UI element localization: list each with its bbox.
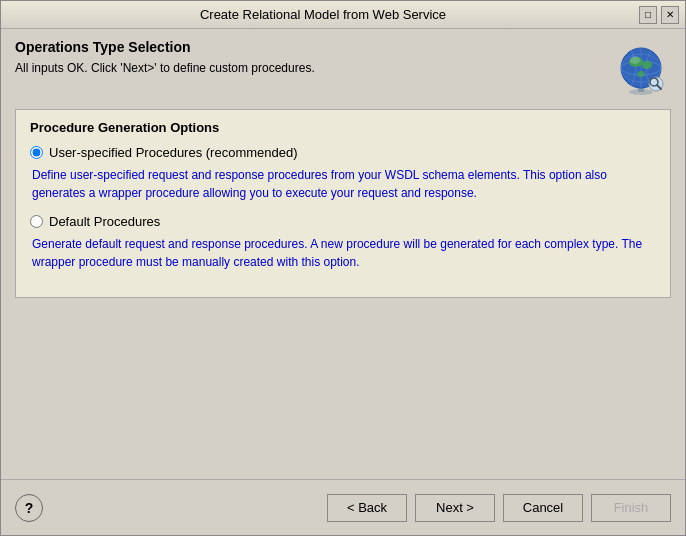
main-window: Create Relational Model from Web Service… xyxy=(0,0,686,536)
svg-point-9 xyxy=(630,56,640,64)
title-bar: Create Relational Model from Web Service… xyxy=(1,1,685,29)
user-specified-label: User-specified Procedures (recommended) xyxy=(49,145,298,160)
content-area: Operations Type Selection All inputs OK.… xyxy=(1,29,685,479)
footer-area: ? < Back Next > Cancel Finish xyxy=(1,479,685,535)
page-subtitle: All inputs OK. Click 'Next>' to define c… xyxy=(15,61,601,75)
header-section: Operations Type Selection All inputs OK.… xyxy=(15,39,671,99)
procedure-options-group: Procedure Generation Options User-specif… xyxy=(15,109,671,298)
nav-buttons: < Back Next > Cancel Finish xyxy=(327,494,671,522)
header-text: Operations Type Selection All inputs OK.… xyxy=(15,39,601,75)
user-specified-description: Define user-specified request and respon… xyxy=(32,166,656,202)
svg-point-8 xyxy=(637,71,645,77)
close-button[interactable]: ✕ xyxy=(661,6,679,24)
window-title: Create Relational Model from Web Service xyxy=(7,7,639,22)
default-radio[interactable] xyxy=(30,215,43,228)
svg-point-7 xyxy=(642,61,652,69)
minimize-button[interactable]: □ xyxy=(639,6,657,24)
default-label: Default Procedures xyxy=(49,214,160,229)
default-option[interactable]: Default Procedures xyxy=(30,214,656,229)
cancel-button[interactable]: Cancel xyxy=(503,494,583,522)
header-icon xyxy=(611,39,671,99)
user-specified-option[interactable]: User-specified Procedures (recommended) xyxy=(30,145,656,160)
help-button[interactable]: ? xyxy=(15,494,43,522)
next-button[interactable]: Next > xyxy=(415,494,495,522)
user-specified-radio[interactable] xyxy=(30,146,43,159)
title-bar-buttons: □ ✕ xyxy=(639,6,679,24)
finish-button[interactable]: Finish xyxy=(591,494,671,522)
page-title: Operations Type Selection xyxy=(15,39,601,55)
default-description: Generate default request and response pr… xyxy=(32,235,656,271)
globe-icon xyxy=(614,42,668,96)
group-box-title: Procedure Generation Options xyxy=(30,120,656,135)
back-button[interactable]: < Back xyxy=(327,494,407,522)
